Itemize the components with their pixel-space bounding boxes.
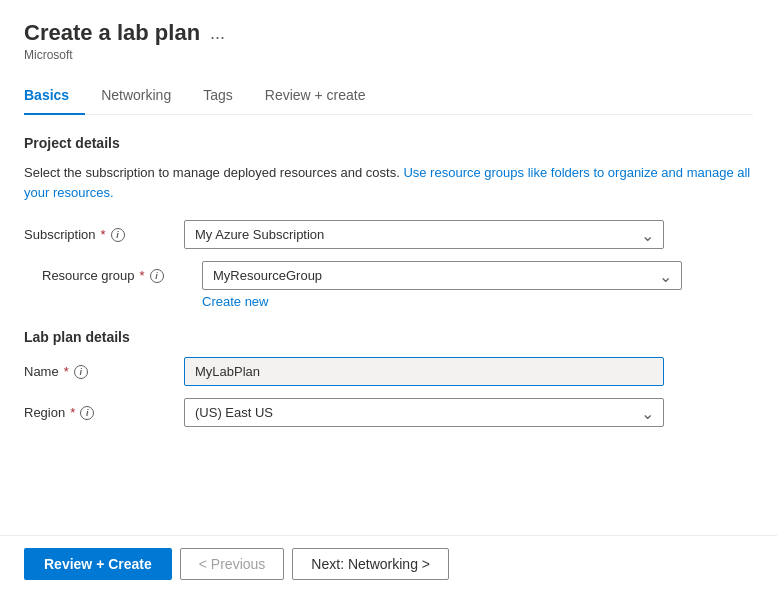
resource-group-label: Resource group * i <box>42 268 202 283</box>
lab-plan-details-title: Lab plan details <box>24 329 753 345</box>
subscription-dropdown[interactable]: My Azure Subscription <box>184 220 664 249</box>
subscription-label: Subscription * i <box>24 227 184 242</box>
name-label-col: Name * i <box>24 357 184 379</box>
lab-plan-section: Lab plan details Name * i <box>24 329 753 427</box>
region-label: Region * i <box>24 405 184 420</box>
description-text-part1: Select the subscription to manage deploy… <box>24 165 403 180</box>
resource-group-label-col: Resource group * i <box>42 261 202 283</box>
subscription-required: * <box>101 227 106 242</box>
subscription-select-wrapper: My Azure Subscription <box>184 220 664 249</box>
title-area: Create a lab plan ... <box>24 20 753 46</box>
name-required: * <box>64 364 69 379</box>
rg-select-wrapper: MyResourceGroup <box>202 261 682 290</box>
next-button[interactable]: Next: Networking > <box>292 548 449 580</box>
tab-tags[interactable]: Tags <box>203 79 249 115</box>
page-title: Create a lab plan <box>24 20 200 46</box>
tabs-bar: Basics Networking Tags Review + create <box>24 78 753 115</box>
name-input[interactable] <box>184 357 664 386</box>
region-label-col: Region * i <box>24 398 184 420</box>
region-dropdown[interactable]: (US) East US <box>184 398 664 427</box>
region-required: * <box>70 405 75 420</box>
tab-basics[interactable]: Basics <box>24 79 85 115</box>
page-container: Create a lab plan ... Microsoft Basics N… <box>0 0 777 592</box>
subscription-label-col: Subscription * i <box>24 220 184 242</box>
previous-button[interactable]: < Previous <box>180 548 285 580</box>
name-control <box>184 357 664 386</box>
create-new-link[interactable]: Create new <box>202 294 268 309</box>
page-subtitle: Microsoft <box>24 48 753 62</box>
rg-required: * <box>140 268 145 283</box>
rg-info-icon[interactable]: i <box>150 269 164 283</box>
name-info-icon[interactable]: i <box>74 365 88 379</box>
footer-bar: Review + Create < Previous Next: Network… <box>0 535 777 592</box>
resource-group-section: Resource group * i MyResourceGroup Creat… <box>24 261 753 309</box>
name-row: Name * i <box>24 357 753 386</box>
project-details-title: Project details <box>24 135 753 151</box>
resource-group-dropdown[interactable]: MyResourceGroup <box>202 261 682 290</box>
region-control: (US) East US <box>184 398 664 427</box>
name-label: Name * i <box>24 364 184 379</box>
region-row: Region * i (US) East US <box>24 398 753 427</box>
review-create-button[interactable]: Review + Create <box>24 548 172 580</box>
tab-networking[interactable]: Networking <box>101 79 187 115</box>
tab-review-create[interactable]: Review + create <box>265 79 382 115</box>
subscription-info-icon[interactable]: i <box>111 228 125 242</box>
region-select-wrapper: (US) East US <box>184 398 664 427</box>
subscription-row: Subscription * i My Azure Subscription <box>24 220 753 249</box>
subscription-control: My Azure Subscription <box>184 220 664 249</box>
ellipsis-menu-icon[interactable]: ... <box>210 23 225 44</box>
resource-group-control: MyResourceGroup Create new <box>202 261 682 309</box>
main-content: Create a lab plan ... Microsoft Basics N… <box>0 0 777 535</box>
region-info-icon[interactable]: i <box>80 406 94 420</box>
project-description: Select the subscription to manage deploy… <box>24 163 753 202</box>
